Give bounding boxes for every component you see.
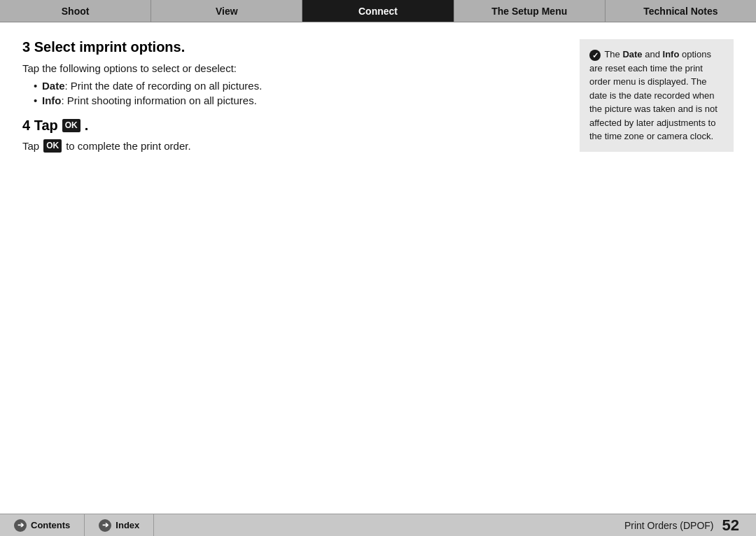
step3-heading: 3 Select imprint options. bbox=[22, 39, 549, 55]
index-button[interactable]: ➔ Index bbox=[85, 514, 154, 536]
tab-setup[interactable]: The Setup Menu bbox=[454, 0, 606, 22]
contents-label: Contents bbox=[31, 520, 70, 530]
note-icon: ✓ bbox=[589, 50, 601, 61]
step3-subtext: Tap the following options to select or d… bbox=[22, 62, 549, 74]
contents-arrow-icon: ➔ bbox=[14, 519, 27, 532]
left-column: 3 Select imprint options. Tap the follow… bbox=[22, 39, 563, 502]
tab-shoot[interactable]: Shoot bbox=[0, 0, 151, 22]
tab-connect[interactable]: Connect bbox=[302, 0, 454, 22]
bottom-right: Print Orders (DPOF) 52 bbox=[624, 516, 756, 535]
note-box: ✓ The Date and Info options are reset ea… bbox=[580, 39, 734, 152]
index-arrow-icon: ➔ bbox=[99, 519, 111, 532]
step4-heading: 4 Tap OK . bbox=[22, 118, 549, 134]
bullet-date: Date: Print the date of recording on all… bbox=[34, 80, 549, 92]
bottom-left-nav: ➔ Contents ➔ Index bbox=[0, 514, 154, 536]
step4-heading-prefix: 4 Tap bbox=[22, 118, 58, 134]
page-label: Print Orders (DPOF) bbox=[624, 520, 714, 531]
main-content: 3 Select imprint options. Tap the follow… bbox=[0, 22, 756, 514]
step3-block: 3 Select imprint options. Tap the follow… bbox=[22, 39, 549, 106]
nav-bar: Shoot View Connect The Setup Menu Techni… bbox=[0, 0, 756, 22]
tab-technical-label: Technical Notes bbox=[643, 6, 718, 17]
tab-connect-label: Connect bbox=[358, 6, 398, 17]
step4-block: 4 Tap OK . Tap OK to complete the print … bbox=[22, 118, 549, 153]
bullet-info-bold: Info bbox=[42, 94, 62, 106]
contents-button[interactable]: ➔ Contents bbox=[0, 514, 85, 536]
bottom-bar: ➔ Contents ➔ Index Print Orders (DPOF) 5… bbox=[0, 514, 756, 536]
step3-bullets: Date: Print the date of recording on all… bbox=[34, 80, 549, 106]
note-text: The Date and Info options are reset each… bbox=[589, 49, 718, 141]
step4-suffix: to complete the print order. bbox=[66, 140, 190, 152]
step4-ok-badge: OK bbox=[62, 119, 80, 132]
tab-setup-label: The Setup Menu bbox=[491, 6, 567, 17]
tab-shoot-label: Shoot bbox=[62, 6, 90, 17]
step4-tap-prefix: Tap bbox=[22, 140, 39, 152]
bullet-info-rest: : Print shooting information on all pict… bbox=[62, 94, 257, 106]
index-label: Index bbox=[115, 520, 139, 530]
bullet-date-bold: Date bbox=[42, 80, 65, 92]
bullet-info: Info: Print shooting information on all … bbox=[34, 94, 549, 106]
step4-subtext: Tap OK to complete the print order. bbox=[22, 139, 549, 153]
step4-period: . bbox=[85, 118, 89, 134]
right-column: ✓ The Date and Info options are reset ea… bbox=[580, 39, 734, 502]
step4-ok-inline: OK bbox=[43, 139, 62, 153]
tab-technical[interactable]: Technical Notes bbox=[606, 0, 756, 22]
tab-view-label: View bbox=[216, 6, 238, 17]
page-number: 52 bbox=[722, 516, 739, 535]
bullet-date-rest: : Print the date of recording on all pic… bbox=[65, 80, 262, 92]
tab-view[interactable]: View bbox=[151, 0, 302, 22]
